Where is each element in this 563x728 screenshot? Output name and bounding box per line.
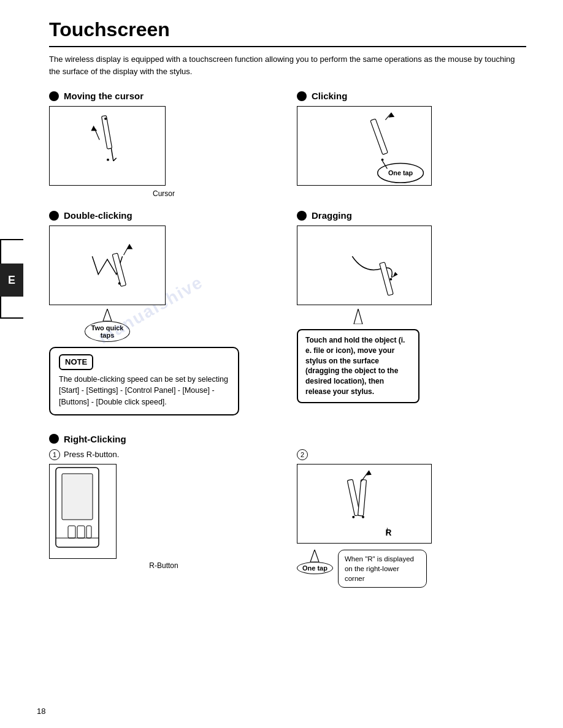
clicking-svg: One tap	[297, 107, 431, 185]
double-clicking-diagram	[49, 226, 166, 305]
dragging-diagram	[297, 226, 432, 305]
right-clicking-heading: Right-Clicking	[49, 434, 526, 444]
cursor-svg	[50, 107, 165, 185]
drag-tail-svg	[352, 309, 364, 324]
double-clicking-heading: Double-clicking	[49, 210, 132, 221]
svg-point-5	[107, 159, 109, 161]
double-clicking-label: Double-clicking	[64, 210, 132, 221]
svg-marker-18	[103, 309, 112, 321]
svg-rect-7	[370, 119, 388, 155]
dragging-label: Dragging	[312, 210, 352, 221]
bubble-tail-svg	[98, 309, 117, 321]
note-box: NOTE The double-clicking speed can be se…	[49, 347, 239, 415]
bullet-icon	[49, 91, 59, 101]
clicking-diagram: One tap	[297, 106, 432, 186]
right-click-step1: 1 Press R-button.	[49, 449, 278, 588]
dragging-svg	[297, 226, 431, 305]
step2-tail-svg	[308, 550, 321, 562]
r-callout: When "R" is displayed on the right-lower…	[338, 550, 427, 588]
svg-rect-2	[102, 115, 112, 149]
bullet-icon	[49, 434, 59, 444]
svg-marker-16	[127, 245, 133, 249]
step2-callout-row: One tap When "R" is displayed on the rig…	[297, 550, 526, 588]
section-moving-cursor: Moving the cursor Curso	[49, 91, 278, 198]
right-click-svg: R	[297, 464, 431, 543]
svg-point-17	[118, 282, 121, 285]
bullet-icon	[297, 91, 307, 101]
svg-rect-28	[86, 526, 91, 538]
svg-point-34	[352, 515, 354, 518]
right-click-grid: 1 Press R-button.	[49, 449, 526, 588]
moving-cursor-label: Moving the cursor	[64, 91, 144, 101]
device-label: R-Button	[49, 561, 278, 570]
svg-text:One tap: One tap	[388, 169, 413, 176]
step2-bubble: One tap	[297, 562, 333, 574]
cursor-label: Cursor	[49, 189, 278, 198]
step1-label: 1 Press R-button.	[49, 449, 278, 460]
bullet-icon	[297, 211, 307, 221]
section-tab-e: E	[0, 264, 23, 297]
moving-cursor-heading: Moving the cursor	[49, 91, 278, 101]
clicking-heading: Clicking	[297, 91, 347, 101]
step1-num: 1	[49, 449, 60, 460]
section-dragging: Dragging	[297, 210, 526, 415]
right-click-diagram: R	[297, 464, 432, 544]
intro-text: The wireless display is equipped with a …	[49, 53, 526, 77]
note-text: The double-clicking speed can be set by …	[59, 374, 229, 408]
double-click-svg	[50, 226, 165, 305]
svg-rect-14	[112, 253, 126, 287]
device-svg	[50, 464, 117, 559]
page: E manualshive Touchscreen The wireless d…	[0, 0, 563, 728]
note-label: NOTE	[59, 354, 93, 370]
section-grid: Moving the cursor Curso	[49, 91, 526, 588]
step1-text: Press R-button.	[64, 450, 119, 459]
bullet-icon	[49, 211, 59, 221]
svg-point-35	[362, 515, 364, 518]
device-diagram	[49, 464, 117, 559]
moving-cursor-diagram	[49, 106, 166, 186]
page-title: Touchscreen	[49, 18, 526, 47]
step2-label: 2	[297, 449, 526, 460]
svg-point-10	[381, 159, 384, 161]
svg-line-1	[113, 158, 117, 161]
svg-rect-25	[62, 474, 93, 520]
right-clicking-label: Right-Clicking	[64, 434, 126, 444]
svg-marker-38	[310, 550, 319, 562]
page-number: 18	[37, 707, 45, 716]
svg-rect-27	[77, 526, 85, 538]
svg-marker-33	[366, 471, 372, 476]
section-clicking: Clicking One tap	[297, 91, 526, 198]
section-double-clicking: Double-clicking	[49, 210, 278, 415]
section-right-clicking: Right-Clicking 1 Press R-button.	[49, 434, 526, 588]
svg-rect-26	[68, 526, 75, 538]
dragging-heading: Dragging	[297, 210, 526, 221]
svg-point-6	[104, 118, 107, 120]
svg-point-22	[389, 278, 392, 281]
drag-callout-text: Touch and hold the object (i. e. file or…	[297, 329, 419, 403]
double-click-bubble: Two quicktaps	[85, 321, 131, 342]
double-click-bubble-area: Two quicktaps	[49, 309, 166, 342]
svg-marker-23	[354, 309, 362, 324]
clicking-label: Clicking	[312, 91, 347, 101]
step2-num: 2	[297, 449, 308, 460]
svg-rect-31	[358, 479, 367, 516]
svg-text:R: R	[385, 528, 391, 537]
right-click-step2: 2	[297, 449, 526, 588]
drag-callout-area: Touch and hold the object (i. e. file or…	[297, 309, 526, 403]
